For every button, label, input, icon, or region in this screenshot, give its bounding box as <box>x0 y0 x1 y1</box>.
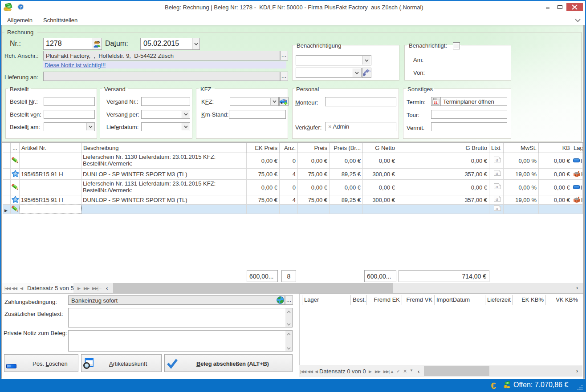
svg-text:a: a <box>496 184 498 189</box>
svg-text:a: a <box>496 170 498 176</box>
svg-text:a: a <box>496 196 498 202</box>
svg-text:a: a <box>496 206 498 211</box>
svg-text:31: 31 <box>434 101 437 105</box>
svg-text:?: ? <box>20 5 22 9</box>
svg-text:a: a <box>496 157 498 162</box>
